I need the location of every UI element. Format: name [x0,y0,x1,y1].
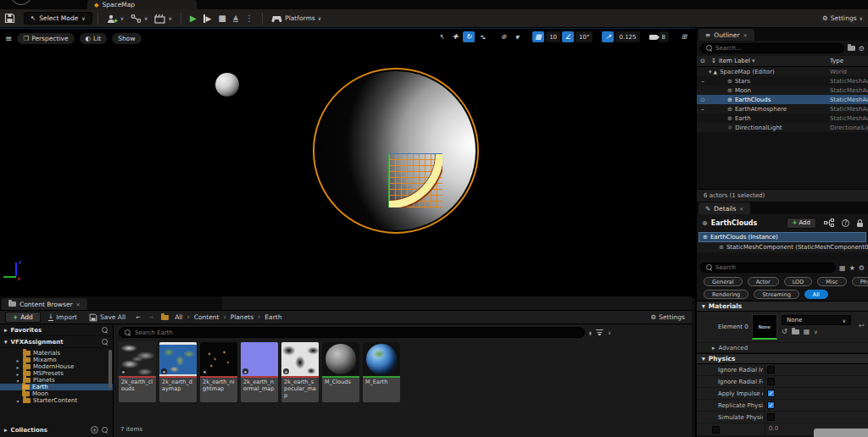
folder-moon[interactable]: Moon [0,390,113,397]
browse-to-asset-icon[interactable] [792,329,799,335]
perspective-dropdown[interactable]: Perspective [17,33,74,44]
folder-startercontent[interactable]: StarterContent [0,397,113,404]
collections-section[interactable]: Collections [0,424,113,435]
reset-to-default-icon[interactable] [859,322,865,329]
checkbox[interactable] [767,378,775,385]
asset-2k-earth-nightmap[interactable]: 2k_earth_nightmap [200,342,237,402]
eye-closed-icon[interactable] [697,78,709,85]
viewport-menu-icon[interactable] [5,34,12,43]
outliner-settings-icon[interactable] [859,45,865,53]
expand-caret-icon[interactable] [15,371,20,377]
rotation-snap-toggle[interactable] [562,31,574,42]
filter-general[interactable]: General [704,277,743,286]
details-settings-icon[interactable] [859,264,865,272]
instance-row[interactable]: EarthClouds (Instance) [698,232,866,242]
asset-2k-earth-clouds[interactable]: 2k_earth_clouds [119,342,156,402]
checkbox-checked[interactable] [767,401,775,409]
grid-snap-value[interactable]: 10 [546,31,560,42]
camera-speed-value[interactable]: 8 [659,31,669,42]
frame-skip-button[interactable] [203,14,212,23]
filter-rendering[interactable]: Rendering [704,290,748,299]
convert-to-blueprint-icon[interactable] [824,218,834,227]
eye-closed-icon[interactable] [697,106,709,113]
filter-misc[interactable]: Misc [817,277,846,286]
expand-caret-icon[interactable] [15,357,20,363]
maximize-viewport-button[interactable] [678,31,690,42]
surface-snap-toggle[interactable] [511,31,523,42]
asset-2k-earth-normal-map[interactable]: 2k_earth_normal_map [241,342,278,402]
outliner-row-earthclouds[interactable]: EarthClouds StaticMeshActor [697,95,868,104]
checkbox[interactable] [767,366,775,373]
folder-materials[interactable]: Materials [0,350,113,357]
display-options-icon[interactable] [839,264,846,272]
materials-section-header[interactable]: Materials [697,301,868,312]
level-tab[interactable]: SpaceMap [87,0,197,9]
folder-mspresets[interactable]: MSPresets [0,370,113,377]
scale-tool[interactable] [476,31,488,42]
camera-speed-icon[interactable] [649,35,657,40]
asset-search-input[interactable] [135,329,579,336]
import-button[interactable]: Import [44,313,81,321]
settings-dropdown[interactable]: Settings [822,14,863,22]
outliner-search[interactable] [700,43,844,53]
tab-outliner[interactable]: Outliner [698,29,754,41]
select-tool[interactable] [436,31,448,42]
tree-scrollbar[interactable] [108,350,112,389]
eject-button[interactable] [233,14,238,22]
breadcrumb-earth[interactable]: Earth [264,313,281,321]
close-icon[interactable] [76,301,81,307]
outliner-row-earthatmosphere[interactable]: EarthAtmosphere StaticMeshActor [697,104,868,113]
advanced-section-row[interactable]: Advanced [697,343,868,353]
tab-content-browser[interactable]: Content Browser [2,298,87,310]
cinematics-button[interactable] [151,12,175,25]
outliner-row-moon[interactable]: Moon StaticMeshActor [697,86,868,95]
show-dropdown[interactable]: Show [112,33,141,44]
filter-lod[interactable]: LOD [784,277,813,286]
breadcrumb-planets[interactable]: Planets [231,313,253,321]
filter-actor[interactable]: Actor [748,277,779,286]
selection-grid-gizmo[interactable] [388,153,442,207]
search-icon[interactable] [102,327,108,334]
type-column[interactable]: Type [830,58,843,64]
filter-all[interactable]: All [804,290,828,299]
asset-2k-earth-daymap[interactable]: 2k_earth_daymap [159,342,197,402]
breadcrumb-content[interactable]: Content [194,313,220,321]
physics-section-header[interactable]: Physics [697,353,868,364]
world-space-toggle[interactable] [498,31,509,42]
breadcrumb-all[interactable]: All [175,313,182,321]
save-all-button[interactable]: Save All [85,313,130,322]
outliner-search-input[interactable] [715,45,838,52]
visibility-column-icon[interactable] [697,58,709,64]
pin-column-icon[interactable] [709,58,719,64]
item-label-column[interactable]: Item Label [719,58,750,64]
chevron-down-icon[interactable] [608,329,611,335]
folder-earth-selected[interactable]: Earth [0,384,113,390]
rotation-snap-value[interactable]: 10° [576,31,593,42]
add-actor-button[interactable] [103,12,127,25]
rotate-tool[interactable] [463,31,475,42]
close-icon[interactable] [743,32,748,38]
details-search-input[interactable] [715,264,830,271]
cb-settings-button[interactable]: Settings [651,313,686,321]
create-folder-icon[interactable] [848,46,855,51]
tab-details[interactable]: Details [698,202,750,214]
search-icon[interactable] [102,339,108,346]
value-field[interactable]: 0.0 [769,425,778,432]
outliner-row-earth[interactable]: Earth StaticMeshActor [697,113,868,123]
folder-planets[interactable]: Planets [0,377,113,384]
grid-snap-toggle[interactable] [532,31,544,42]
lock-icon[interactable] [857,223,863,227]
back-button[interactable] [133,313,142,322]
folder-modernhouse[interactable]: ModernHouse [0,363,113,370]
cb-add-button[interactable]: Add [5,312,41,323]
scale-snap-value[interactable]: 0.125 [615,31,639,42]
outliner-column-header[interactable]: Item Label Type [697,56,868,67]
favorites-section[interactable]: Favorites [0,324,113,336]
close-icon[interactable] [739,206,743,212]
play-button[interactable] [190,14,197,23]
favorites-filter-icon[interactable] [849,264,855,272]
outliner-row-directionallight[interactable]: DirectionalLight DirectionalLight [697,123,868,132]
help-icon[interactable] [842,219,849,227]
add-collection-icon[interactable] [91,426,98,434]
asset-m-earth[interactable]: M_Earth [363,342,400,402]
